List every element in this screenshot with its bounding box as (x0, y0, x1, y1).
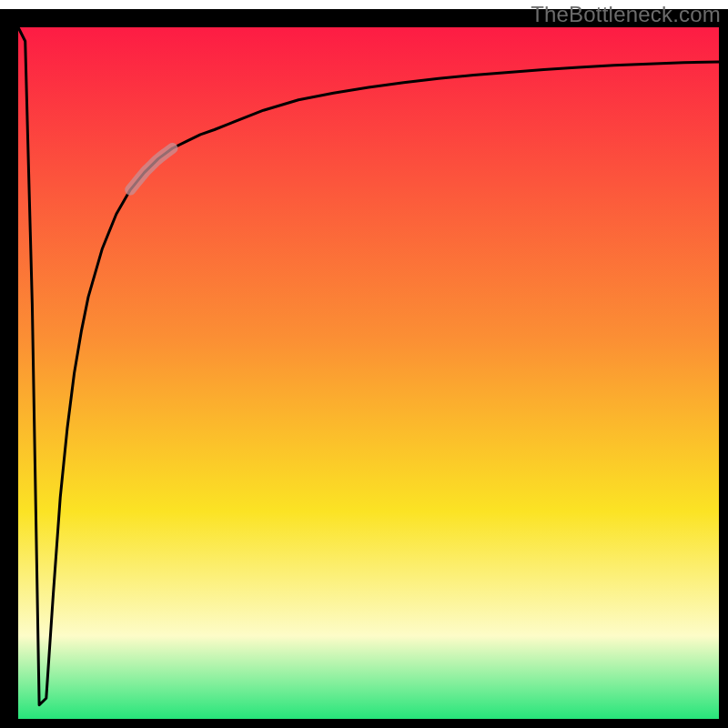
axis-frame-right (719, 9, 728, 728)
watermark-text: TheBottleneck.com (531, 2, 721, 27)
plot-background (18, 27, 719, 719)
axis-frame-left (0, 9, 18, 728)
axis-frame-bottom (0, 719, 728, 728)
chart-container: { "watermark": "TheBottleneck.com", "col… (0, 0, 728, 728)
chart-svg (0, 0, 728, 728)
